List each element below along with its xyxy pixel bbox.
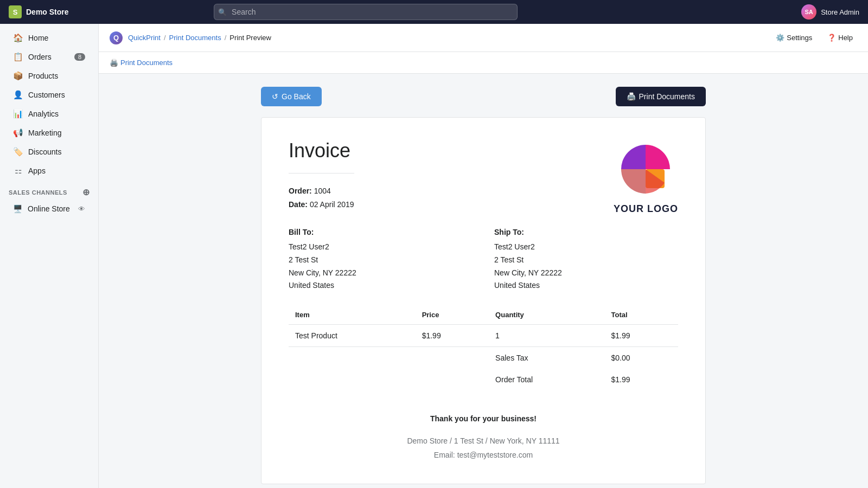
quickprint-icon: Q xyxy=(110,31,123,44)
settings-icon: ⚙️ xyxy=(776,34,784,42)
sidebar-item-customers[interactable]: 👤 Customers xyxy=(4,86,94,104)
sales-tax-row: Sales Tax $0.00 xyxy=(289,347,678,369)
col-header-item: Item xyxy=(289,305,416,325)
breadcrumb-quickprint[interactable]: QuickPrint xyxy=(128,34,161,42)
ship-to-label: Ship To: xyxy=(494,228,678,236)
col-header-quantity: Quantity xyxy=(489,305,604,325)
search-bar: 🔍 xyxy=(214,4,518,20)
secondary-nav: Q QuickPrint / Print Documents / Print P… xyxy=(99,24,868,52)
sales-channels-section: SALES CHANNELS ⊕ xyxy=(0,181,98,200)
breadcrumb-print-documents[interactable]: Print Documents xyxy=(169,34,221,42)
row-price: $1.99 xyxy=(416,325,489,347)
sidebar-label-analytics: Analytics xyxy=(28,110,59,118)
order-number: Order: 1004 xyxy=(289,184,354,198)
toolbar-print-documents-link[interactable]: 🖨️ Print Documents xyxy=(110,59,173,67)
avatar: SA xyxy=(801,4,816,20)
invoice-date: Date: 02 April 2019 xyxy=(289,198,354,211)
orders-badge: 8 xyxy=(74,53,85,61)
products-icon: 📦 xyxy=(13,71,23,81)
admin-name: Store Admin xyxy=(821,8,859,16)
invoice-meta: Order: 1004 Date: 02 April 2019 xyxy=(289,184,354,211)
sidebar-item-home[interactable]: 🏠 Home xyxy=(4,29,94,47)
bill-to-label: Bill To: xyxy=(289,228,473,236)
sidebar-label-apps: Apps xyxy=(28,166,46,175)
breadcrumb: Q QuickPrint / Print Documents / Print P… xyxy=(110,31,271,44)
sidebar-label-customers: Customers xyxy=(28,91,65,99)
row-total: $1.99 xyxy=(604,325,678,347)
invoice-left: Invoice Order: 1004 Date: 02 April 2019 xyxy=(289,139,354,211)
sidebar-item-analytics[interactable]: 📊 Analytics xyxy=(4,105,94,123)
sidebar-item-products[interactable]: 📦 Products xyxy=(4,67,94,85)
search-input[interactable] xyxy=(214,4,518,20)
apps-icon: ⚏ xyxy=(13,166,23,176)
store-name: Demo Store xyxy=(26,8,69,16)
ship-to-address: Test2 User2 2 Test St New City, NY 22222… xyxy=(494,241,678,292)
sidebar-label-home: Home xyxy=(28,34,48,42)
main-content: Q QuickPrint / Print Documents / Print P… xyxy=(99,24,868,488)
thank-you-text: Thank you for your business! xyxy=(289,412,678,426)
settings-button[interactable]: ⚙️ Settings xyxy=(771,31,816,44)
go-back-icon: ↺ xyxy=(272,92,278,101)
invoice-table: Item Price Quantity Total Test Product $… xyxy=(289,305,678,390)
order-total-label: Order Total xyxy=(489,369,604,390)
sidebar-item-online-store[interactable]: 🖥️ Online Store 👁 xyxy=(4,200,94,217)
toolbar: 🖨️ Print Documents xyxy=(99,52,868,74)
action-bar: ↺ Go Back 🖨️ Print Documents xyxy=(261,87,706,106)
col-header-price: Price xyxy=(416,305,489,325)
online-store-icon: 🖥️ xyxy=(13,204,22,213)
row-quantity: 1 xyxy=(489,325,604,347)
order-total-row: Order Total $1.99 xyxy=(289,369,678,390)
sidebar-item-apps[interactable]: ⚏ Apps xyxy=(4,162,94,180)
secondary-nav-right: ⚙️ Settings ❓ Help xyxy=(771,31,857,44)
sidebar-label-online-store: Online Store xyxy=(28,204,70,213)
sidebar-item-discounts[interactable]: 🏷️ Discounts xyxy=(4,143,94,161)
col-header-total: Total xyxy=(604,305,678,325)
table-row: Test Product $1.99 1 $1.99 xyxy=(289,325,678,347)
sidebar-item-marketing[interactable]: 📢 Marketing xyxy=(4,124,94,142)
top-navigation: S Demo Store 🔍 SA Store Admin xyxy=(0,0,868,24)
logo-text: YOUR LOGO xyxy=(614,203,678,215)
ship-to-block: Ship To: Test2 User2 2 Test St New City,… xyxy=(494,228,678,292)
printer-icon: 🖨️ xyxy=(627,92,636,101)
row-item: Test Product xyxy=(289,325,416,347)
sidebar-label-orders: Orders xyxy=(28,53,52,61)
orders-icon: 📋 xyxy=(13,52,23,62)
bill-to-address: Test2 User2 2 Test St New City, NY 22222… xyxy=(289,241,473,292)
address-section: Bill To: Test2 User2 2 Test St New City,… xyxy=(289,228,678,292)
customers-icon: 👤 xyxy=(13,90,23,100)
logo-graphic xyxy=(616,139,675,199)
go-back-button[interactable]: ↺ Go Back xyxy=(261,87,322,106)
invoice-title: Invoice xyxy=(289,139,354,162)
sidebar-label-marketing: Marketing xyxy=(28,129,61,137)
add-sales-channel-icon[interactable]: ⊕ xyxy=(82,187,90,197)
breadcrumb-current: Print Preview xyxy=(229,34,271,42)
help-icon: ❓ xyxy=(827,34,836,42)
invoice-footer: Thank you for your business! Demo Store … xyxy=(289,412,678,462)
sidebar-item-orders[interactable]: 📋 Orders 8 xyxy=(4,48,94,66)
brand: S Demo Store xyxy=(9,5,69,18)
marketing-icon: 📢 xyxy=(13,128,23,138)
order-total-value: $1.99 xyxy=(604,369,678,390)
top-nav-right: SA Store Admin xyxy=(801,4,859,20)
printer-icon-toolbar: 🖨️ xyxy=(110,59,118,67)
logo-placeholder: YOUR LOGO xyxy=(614,139,678,215)
sidebar-label-discounts: Discounts xyxy=(28,147,61,156)
discounts-icon: 🏷️ xyxy=(13,147,23,157)
eye-icon[interactable]: 👁 xyxy=(78,205,85,213)
invoice-header: Invoice Order: 1004 Date: 02 April 2019 xyxy=(289,139,678,215)
store-info: Demo Store / 1 Test St / New York, NY 11… xyxy=(289,434,678,461)
shopify-icon: S xyxy=(9,5,22,18)
bill-to-block: Bill To: Test2 User2 2 Test St New City,… xyxy=(289,228,473,292)
invoice-container: Invoice Order: 1004 Date: 02 April 2019 xyxy=(261,117,706,484)
help-button[interactable]: ❓ Help xyxy=(823,31,857,44)
sales-tax-value: $0.00 xyxy=(604,347,678,369)
page-area: ↺ Go Back 🖨️ Print Documents Invoice xyxy=(99,74,868,488)
sidebar: 🏠 Home 📋 Orders 8 📦 Products 👤 Customers… xyxy=(0,24,99,488)
sidebar-label-products: Products xyxy=(28,72,58,80)
home-icon: 🏠 xyxy=(13,33,23,43)
analytics-icon: 📊 xyxy=(13,109,23,119)
sales-tax-label: Sales Tax xyxy=(489,347,604,369)
print-documents-button[interactable]: 🖨️ Print Documents xyxy=(616,87,706,106)
search-icon: 🔍 xyxy=(218,8,227,16)
